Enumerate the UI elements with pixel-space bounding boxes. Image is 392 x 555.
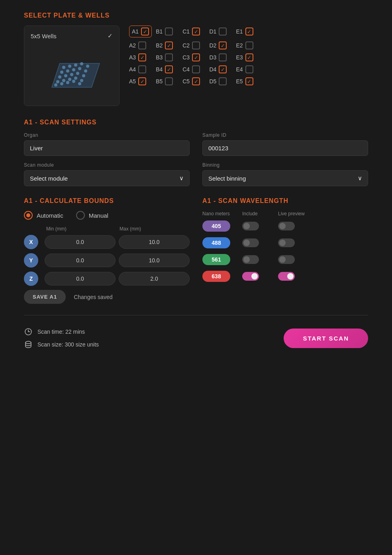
axis-max-Z[interactable]: 2.0 — [119, 272, 190, 285]
well-E5[interactable]: E5✓ — [236, 77, 259, 85]
binning-label: Binning — [202, 162, 368, 168]
well-A1[interactable]: A1✓ — [129, 26, 152, 37]
clock-icon — [24, 327, 33, 336]
wavelength-badge-638: 638 — [202, 271, 230, 282]
well-checkbox-B2: ✓ — [165, 41, 173, 49]
svg-point-16 — [56, 80, 59, 83]
organ-input[interactable] — [24, 140, 190, 156]
well-label-E2: E2 — [236, 42, 243, 49]
svg-point-25 — [78, 82, 81, 85]
include-toggle-638[interactable] — [242, 272, 259, 281]
svg-point-7 — [66, 69, 69, 73]
chevron-down-icon: ∨ — [358, 175, 362, 182]
well-label-B5: B5 — [156, 78, 163, 85]
axis-min-Z[interactable]: 0.0 — [45, 272, 116, 285]
svg-point-22 — [60, 82, 63, 85]
well-A3[interactable]: A3✓ — [129, 53, 152, 61]
preview-toggle-561[interactable] — [278, 255, 295, 264]
wavelength-badge-561: 561 — [202, 254, 230, 265]
well-E2[interactable]: E2 — [236, 41, 259, 49]
well-B4[interactable]: B4✓ — [156, 65, 178, 73]
well-C1[interactable]: C1✓ — [182, 26, 205, 37]
svg-point-23 — [66, 81, 69, 84]
scan-module-placeholder: Select module — [30, 175, 68, 182]
well-D1[interactable]: D1 — [209, 26, 232, 37]
well-D5[interactable]: D5 — [209, 77, 232, 85]
start-scan-button[interactable]: START SCAN — [284, 329, 368, 348]
automatic-radio[interactable]: Automatic — [24, 211, 63, 220]
scan-module-group: Scan module Select module ∨ — [24, 162, 190, 186]
well-checkbox-B4: ✓ — [165, 65, 173, 73]
axis-min-X[interactable]: 0.0 — [45, 235, 116, 249]
plate-dropdown[interactable]: 5x5 Wells ✓ — [31, 32, 113, 39]
include-toggle-561[interactable] — [242, 255, 259, 264]
preview-toggle-405[interactable] — [278, 222, 295, 230]
well-E3[interactable]: E3✓ — [236, 53, 259, 61]
well-E1[interactable]: E1✓ — [236, 26, 259, 37]
svg-point-1 — [62, 66, 65, 69]
axis-row-Y: Y0.010.0 — [24, 253, 190, 268]
svg-point-20 — [80, 79, 83, 82]
svg-point-29 — [25, 341, 31, 344]
axis-max-X[interactable]: 10.0 — [119, 235, 190, 249]
well-A5[interactable]: A5✓ — [129, 77, 152, 85]
bounds-title: A1 - CALCULATE BOUNDS — [24, 197, 190, 205]
svg-point-11 — [58, 75, 61, 79]
well-checkbox-C3: ✓ — [192, 53, 200, 61]
axis-max-Y[interactable]: 10.0 — [119, 254, 190, 267]
plate-svg — [40, 47, 104, 99]
well-label-A1: A1 — [132, 28, 139, 35]
axis-min-Y[interactable]: 0.0 — [45, 254, 116, 267]
well-checkbox-B5 — [165, 77, 173, 85]
preview-toggle-knob-405 — [279, 223, 286, 229]
well-C5[interactable]: C5✓ — [182, 77, 205, 85]
well-label-E3: E3 — [236, 54, 243, 61]
preview-toggle-knob-561 — [279, 256, 286, 263]
preview-toggle-488[interactable] — [278, 238, 295, 247]
well-checkbox-D1 — [219, 28, 227, 35]
well-checkbox-C2 — [192, 41, 200, 49]
well-B5[interactable]: B5 — [156, 77, 178, 85]
well-checkbox-D5 — [219, 77, 227, 85]
well-checkbox-E1: ✓ — [245, 28, 253, 35]
bounds-section: A1 - CALCULATE BOUNDS Automatic Manual M… — [24, 197, 190, 304]
scan-settings-section: A1 - SCAN SETTINGS Organ Sample ID Scan … — [24, 119, 368, 186]
well-D2[interactable]: D2✓ — [209, 41, 232, 49]
well-B2[interactable]: B2✓ — [156, 41, 178, 49]
well-C3[interactable]: C3✓ — [182, 53, 205, 61]
sample-id-input[interactable] — [202, 140, 368, 156]
well-label-D3: D3 — [209, 54, 216, 61]
binning-select[interactable]: Select binning ∨ — [202, 170, 368, 186]
well-E4[interactable]: E4 — [236, 65, 259, 73]
well-label-B4: B4 — [156, 66, 163, 73]
svg-point-21 — [54, 83, 57, 87]
well-checkbox-D2: ✓ — [219, 41, 227, 49]
sample-id-label: Sample ID — [202, 132, 368, 138]
well-C4[interactable]: C4 — [182, 65, 205, 73]
save-row: SAVE A1 Changes saved — [24, 290, 190, 304]
scan-module-select[interactable]: Select module ∨ — [24, 170, 190, 186]
svg-point-9 — [78, 67, 81, 70]
include-toggle-405[interactable] — [242, 222, 259, 230]
include-toggle-488[interactable] — [242, 238, 259, 247]
well-label-A3: A3 — [129, 54, 136, 61]
max-col-header: Max (mm) — [120, 226, 190, 232]
wavelength-section: A1 - SCAN WAVELENGTH Nano meters Include… — [202, 197, 368, 304]
save-button[interactable]: SAVE A1 — [24, 290, 66, 304]
well-label-E1: E1 — [236, 28, 243, 35]
manual-radio[interactable]: Manual — [76, 211, 108, 220]
changes-saved-text: Changes saved — [74, 294, 112, 300]
svg-point-10 — [84, 69, 87, 73]
include-toggle-knob-405 — [243, 223, 250, 229]
well-C2[interactable]: C2 — [182, 41, 205, 49]
svg-point-19 — [74, 77, 77, 80]
well-D4[interactable]: D4✓ — [209, 65, 232, 73]
well-B3[interactable]: B3 — [156, 53, 178, 61]
well-checkbox-C5: ✓ — [192, 77, 200, 85]
well-A2[interactable]: A2 — [129, 41, 152, 49]
preview-toggle-638[interactable] — [278, 272, 295, 281]
well-A4[interactable]: A4 — [129, 65, 152, 73]
well-B1[interactable]: B1 — [156, 26, 178, 37]
radio-row: Automatic Manual — [24, 211, 190, 220]
well-D3[interactable]: D3 — [209, 53, 232, 61]
